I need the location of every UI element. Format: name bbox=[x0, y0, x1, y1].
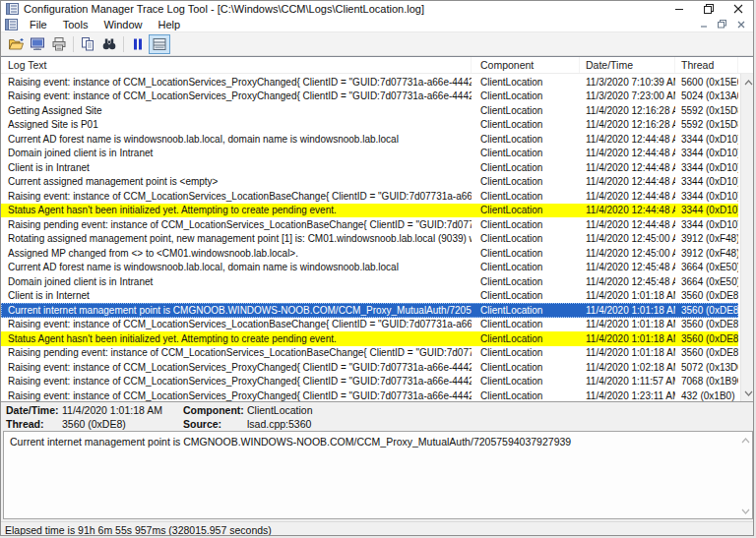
column-header-component[interactable]: Component bbox=[472, 57, 580, 73]
log-row[interactable]: Status Agent hasn't been initialized yet… bbox=[1, 204, 738, 218]
log-cell-component: ClientLocation bbox=[472, 331, 580, 346]
app-window: Configuration Manager Trace Log Tool - [… bbox=[0, 0, 754, 536]
log-cell-thread: 3912 (0xF48) bbox=[675, 232, 738, 247]
monitor-icon bbox=[30, 36, 45, 52]
log-cell-text: Client is in Intranet bbox=[1, 160, 472, 175]
scroll-down-icon[interactable] bbox=[741, 386, 754, 400]
log-cell-component: ClientLocation bbox=[472, 160, 580, 175]
column-header-thread[interactable]: Thread bbox=[675, 57, 738, 73]
log-row[interactable]: Domain joined client is in IntranetClien… bbox=[1, 274, 738, 289]
log-cell-thread: 3664 (0xE50) bbox=[675, 261, 738, 275]
pause-button[interactable] bbox=[127, 34, 149, 54]
log-cell-component: ClientLocation bbox=[472, 289, 580, 304]
log-cell-component: ClientLocation bbox=[472, 318, 580, 332]
log-cell-text: Rotating assigned management point, new … bbox=[1, 232, 472, 247]
message-box[interactable]: Current internet management point is CMG… bbox=[3, 431, 753, 519]
log-cell-text: Assigned Site is P01 bbox=[1, 118, 472, 133]
log-cell-thread: 3560 (0xDE8) bbox=[675, 346, 738, 361]
menu-tools[interactable]: Tools bbox=[55, 17, 96, 32]
log-cell-thread: 5600 (0x15E0) bbox=[675, 75, 738, 90]
log-row[interactable]: Current AD forest name is windowsnoob.la… bbox=[1, 261, 738, 275]
scroll-up-icon[interactable] bbox=[741, 75, 754, 90]
log-cell-text: Raising event: instance of CCM_LocationS… bbox=[1, 389, 472, 402]
log-row[interactable]: Domain joined client is in IntranetClien… bbox=[1, 147, 738, 161]
log-cell-component: ClientLocation bbox=[472, 103, 580, 118]
detail-component-label: Component: bbox=[183, 404, 244, 416]
log-cell-text: Domain joined client is in Intranet bbox=[1, 274, 472, 289]
log-row[interactable]: Current assigned management point is <em… bbox=[1, 175, 738, 190]
menu-file[interactable]: File bbox=[22, 17, 55, 32]
menu-help[interactable]: Help bbox=[151, 17, 189, 32]
log-row[interactable]: Raising event: instance of CCM_LocationS… bbox=[1, 90, 738, 104]
log-cell-text: Client is in Internet bbox=[1, 289, 472, 304]
log-cell-datetime: 11/4/2020 12:44:48 AM bbox=[580, 189, 675, 204]
log-row[interactable]: Assigned MP changed from <> to <CM01.win… bbox=[1, 246, 738, 261]
list-scrollbar[interactable] bbox=[740, 74, 754, 401]
log-row[interactable]: Status Agent hasn't been initialized yet… bbox=[1, 331, 738, 346]
log-rows: Raising event: instance of CCM_LocationS… bbox=[1, 75, 738, 402]
status-text: Elapsed time is 91h 6m 55s 957ms (328015… bbox=[5, 524, 272, 536]
log-row[interactable]: Raising event: instance of CCM_LocationS… bbox=[1, 189, 738, 204]
window-title: Configuration Manager Trace Log Tool - [… bbox=[24, 3, 424, 15]
log-cell-datetime: 11/4/2020 12:44:48 AM bbox=[580, 132, 675, 147]
column-header-log-text[interactable]: Log Text bbox=[1, 57, 472, 73]
highlight-button[interactable] bbox=[149, 34, 170, 54]
log-row[interactable]: Raising event: instance of CCM_LocationS… bbox=[1, 318, 738, 332]
log-row[interactable]: Rotating assigned management point, new … bbox=[1, 232, 738, 247]
restore-button[interactable] bbox=[694, 1, 724, 17]
open-button[interactable] bbox=[5, 34, 27, 54]
menu-window[interactable]: Window bbox=[95, 17, 150, 32]
toolbar-separator bbox=[73, 36, 74, 52]
close-button[interactable] bbox=[724, 1, 753, 17]
log-row[interactable]: Raising event: instance of CCM_LocationS… bbox=[1, 389, 738, 402]
child-restore-button[interactable] bbox=[713, 18, 731, 30]
column-header-date-time[interactable]: Date/Time bbox=[580, 57, 675, 73]
log-cell-thread: 3344 (0xD10) bbox=[675, 204, 738, 218]
log-row[interactable]: Current internet management point is CMG… bbox=[1, 303, 738, 318]
print-button[interactable] bbox=[48, 34, 70, 54]
child-minimize-icon bbox=[700, 21, 708, 29]
log-cell-thread: 7068 (0x1B9C) bbox=[675, 375, 738, 389]
log-row[interactable]: Raising event: instance of CCM_LocationS… bbox=[1, 75, 738, 90]
log-row[interactable]: Client is in InternetClientLocation11/4/… bbox=[1, 289, 738, 304]
log-cell-component: ClientLocation bbox=[472, 346, 580, 361]
restore-icon bbox=[704, 4, 714, 14]
log-row[interactable]: Raising event: instance of CCM_LocationS… bbox=[1, 375, 738, 389]
child-minimize-button[interactable] bbox=[694, 18, 713, 30]
log-cell-thread: 3560 (0xDE8) bbox=[675, 303, 738, 318]
binoculars-icon bbox=[101, 36, 117, 52]
log-row[interactable]: Current AD forest name is windowsnoob.la… bbox=[1, 132, 738, 147]
message-scroll-down-icon[interactable] bbox=[741, 505, 750, 516]
message-scroll-up-icon[interactable] bbox=[741, 434, 750, 446]
log-cell-thread: 3560 (0xDE8) bbox=[675, 318, 738, 332]
detail-date-time-label: Date/Time: bbox=[6, 404, 59, 416]
document-child-icon bbox=[5, 19, 18, 30]
error-lookup-button[interactable] bbox=[27, 34, 48, 54]
log-cell-thread: 5024 (0x13A0) bbox=[675, 90, 738, 104]
log-row[interactable]: Client is in IntranetClientLocation11/4/… bbox=[1, 160, 738, 175]
log-cell-component: ClientLocation bbox=[472, 375, 580, 389]
log-cell-text: Raising event: instance of CCM_LocationS… bbox=[1, 318, 472, 332]
open-folder-icon bbox=[8, 36, 25, 52]
detail-thread-label: Thread: bbox=[6, 418, 44, 430]
child-window-controls bbox=[694, 18, 750, 31]
log-row[interactable]: Raising pending event: instance of CCM_L… bbox=[1, 346, 738, 361]
log-cell-datetime: 11/4/2020 12:44:48 AM bbox=[580, 175, 675, 190]
find-button[interactable] bbox=[98, 34, 120, 54]
minimize-button[interactable] bbox=[664, 1, 694, 17]
log-cell-thread: 3344 (0xD10) bbox=[675, 175, 738, 190]
log-row[interactable]: Raising pending event: instance of CCM_L… bbox=[1, 217, 738, 232]
log-cell-datetime: 11/4/2020 1:01:18 AM bbox=[580, 346, 675, 361]
child-close-button[interactable] bbox=[731, 18, 750, 30]
detail-source-label: Source: bbox=[183, 418, 221, 430]
pause-icon bbox=[131, 37, 145, 51]
log-cell-component: ClientLocation bbox=[472, 75, 580, 90]
child-close-icon bbox=[737, 21, 745, 29]
printer-icon bbox=[51, 36, 67, 52]
log-row[interactable]: Raising event: instance of CCM_LocationS… bbox=[1, 360, 738, 375]
copy-button[interactable] bbox=[77, 34, 98, 54]
log-row[interactable]: Getting Assigned SiteClientLocation11/4/… bbox=[1, 103, 738, 118]
log-row[interactable]: Assigned Site is P01ClientLocation11/4/2… bbox=[1, 118, 738, 133]
log-cell-datetime: 11/4/2020 12:45:48 AM bbox=[580, 261, 675, 275]
log-cell-text: Current internet management point is CMG… bbox=[1, 303, 472, 318]
